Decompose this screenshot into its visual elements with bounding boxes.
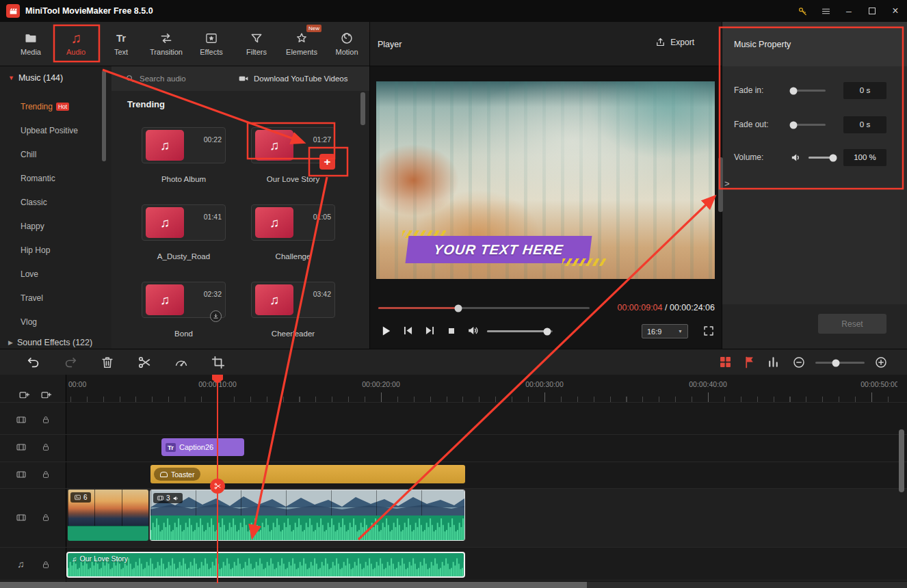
lock-icon[interactable] xyxy=(41,513,51,522)
volume-slider[interactable] xyxy=(487,330,553,332)
expand-arrow-icon: ▶ xyxy=(8,339,13,346)
tab-elements[interactable]: New Elements xyxy=(279,22,324,66)
sidebar-item-travel[interactable]: Travel xyxy=(21,293,43,303)
music-clip-label: Our Love Story xyxy=(80,554,129,563)
minimize-button[interactable]: – xyxy=(837,0,860,22)
caption-clip[interactable]: Tr Caption26 xyxy=(161,438,244,456)
sidebar-item-vlog[interactable]: Vlog xyxy=(21,317,37,327)
fullscreen-button[interactable] xyxy=(702,325,715,337)
lock-icon[interactable] xyxy=(41,442,51,452)
video-clip[interactable]: 3 xyxy=(150,490,465,541)
marker-button[interactable] xyxy=(743,355,757,369)
crop-button[interactable] xyxy=(211,355,226,370)
music-clip[interactable]: ♫ Our Love Story xyxy=(66,552,465,578)
video-preview[interactable]: YOUR TEXT HERE xyxy=(376,81,715,279)
sidebar-item-happy[interactable]: Happy xyxy=(21,222,44,231)
download-youtube-link[interactable]: Download YouTube Videos xyxy=(238,66,347,91)
sidebar-scrollbar[interactable] xyxy=(102,70,106,161)
tab-motion[interactable]: Motion xyxy=(324,22,369,66)
download-button[interactable] xyxy=(210,310,222,322)
sidebar-item-hip-hop[interactable]: Hip Hop xyxy=(21,245,50,255)
seek-handle[interactable] xyxy=(455,304,462,312)
reset-button[interactable]: Reset xyxy=(818,314,886,334)
library-scrollbar[interactable] xyxy=(360,92,365,125)
timeline-vscrollbar[interactable] xyxy=(899,429,904,492)
audio-card-challenge[interactable]: ♫ 01:05 Challenge xyxy=(251,204,335,276)
image-clip[interactable]: 6 xyxy=(68,490,148,541)
add-media-track-button[interactable] xyxy=(18,389,30,401)
track-type-icon xyxy=(16,512,27,523)
add-overlay-track-button[interactable] xyxy=(40,389,52,401)
timeline-zoom-slider[interactable] xyxy=(815,362,865,364)
zoom-out-button[interactable] xyxy=(792,356,806,369)
fade-out-slider[interactable] xyxy=(790,124,826,126)
mute-button[interactable] xyxy=(466,324,479,337)
fade-out-handle[interactable] xyxy=(790,121,798,129)
fade-in-handle[interactable] xyxy=(790,87,798,94)
play-button[interactable] xyxy=(379,324,393,338)
audio-levels-button[interactable] xyxy=(766,355,780,369)
fade-in-slider[interactable] xyxy=(790,90,826,92)
stop-button[interactable] xyxy=(446,325,457,336)
music-volume-handle[interactable] xyxy=(830,154,837,161)
volume-handle[interactable] xyxy=(544,328,551,335)
music-note-icon: ♫ xyxy=(270,293,279,308)
fade-out-value[interactable]: 0 s xyxy=(843,116,886,133)
sidebar-item-love[interactable]: Love xyxy=(21,269,38,279)
tab-audio[interactable]: ♫ Audio xyxy=(53,22,98,66)
license-key-button[interactable] xyxy=(791,0,814,22)
next-frame-button[interactable] xyxy=(423,324,436,337)
audio-card-a-dusty-road[interactable]: ♫ 01:41 A_Dusty_Road xyxy=(142,204,226,276)
lock-icon[interactable] xyxy=(41,470,51,479)
zoom-in-button[interactable] xyxy=(874,356,888,369)
sidebar-item-trending[interactable]: TrendingHot xyxy=(21,102,69,111)
aspect-ratio-select[interactable]: 16:9 ▼ xyxy=(642,324,688,338)
search-audio-input[interactable]: Search audio xyxy=(125,66,186,91)
duration-label: 02:32 xyxy=(204,290,222,298)
tab-effects[interactable]: Effects xyxy=(189,22,234,66)
lock-icon[interactable] xyxy=(41,415,51,425)
seek-bar[interactable] xyxy=(378,307,590,309)
add-to-timeline-button[interactable]: + xyxy=(319,154,335,170)
tab-text[interactable]: Tr Text xyxy=(98,22,144,66)
redo-button[interactable] xyxy=(63,355,78,370)
fade-in-value[interactable]: 0 s xyxy=(843,82,886,99)
music-note-icon: ♫ xyxy=(160,138,170,153)
maximize-button[interactable] xyxy=(860,0,884,22)
timeline-ruler[interactable]: 00:00 00:00:10:00 00:00:20:00 00:00:30:0… xyxy=(0,375,897,402)
audio-card-bond[interactable]: ♫ 02:32 Bond xyxy=(142,282,226,349)
menu-button[interactable] xyxy=(814,0,837,22)
tab-media[interactable]: Media xyxy=(8,22,53,66)
tab-transition[interactable]: Transition xyxy=(144,22,189,66)
export-button[interactable]: Export xyxy=(655,37,694,47)
sidebar-item-label: Chill xyxy=(21,150,36,159)
split-clip-button[interactable] xyxy=(210,479,225,494)
panel-resize-handle[interactable] xyxy=(718,157,723,212)
tab-elements-label: Elements xyxy=(286,48,317,56)
speed-button[interactable] xyxy=(174,355,189,370)
sidebar-item-classic[interactable]: Classic xyxy=(21,198,47,207)
undo-button[interactable] xyxy=(26,355,41,370)
collapse-panel-chevron[interactable]: > xyxy=(724,178,730,189)
sidebar-item-chill[interactable]: Chill xyxy=(21,150,36,159)
lock-icon[interactable] xyxy=(41,560,51,570)
sound-effects-header[interactable]: ▶ Sound Effects (122) xyxy=(8,338,92,347)
tab-filters[interactable]: Filters xyxy=(234,22,279,66)
element-clip[interactable]: Toaster xyxy=(150,465,465,483)
sidebar-item-romantic[interactable]: Romantic xyxy=(21,174,55,183)
music-volume-slider[interactable] xyxy=(809,157,836,159)
sidebar-item-upbeat-positive[interactable]: Upbeat Positive xyxy=(21,126,78,135)
track-separator xyxy=(0,402,907,403)
split-button[interactable] xyxy=(137,355,152,370)
audio-card-cheerleader[interactable]: ♫ 03:42 Cheerleader xyxy=(251,282,335,349)
audio-category-sidebar: ▼ Music (144) TrendingHot Upbeat Positiv… xyxy=(0,66,111,349)
timeline-hscrollbar-thumb[interactable] xyxy=(0,582,587,588)
timeline-zoom-handle[interactable] xyxy=(832,359,840,366)
volume-value[interactable]: 100 % xyxy=(843,149,886,166)
audio-card-photo-album[interactable]: ♫ 00:22 Photo Album xyxy=(142,127,226,198)
clip-display-button[interactable] xyxy=(718,355,733,369)
delete-button[interactable] xyxy=(100,355,115,370)
previous-frame-button[interactable] xyxy=(402,324,415,337)
close-button[interactable]: × xyxy=(884,0,907,22)
music-category-header[interactable]: ▼ Music (144) xyxy=(8,73,63,83)
